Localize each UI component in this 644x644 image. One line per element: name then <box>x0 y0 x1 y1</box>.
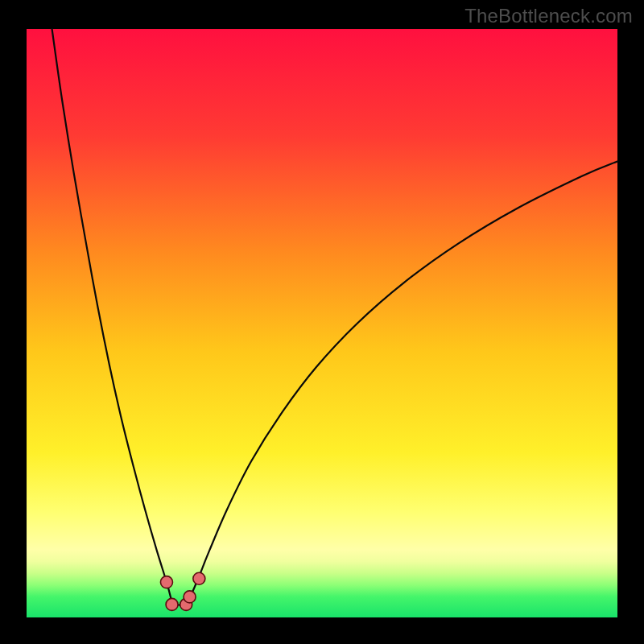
plot-area <box>27 29 617 617</box>
chart-stage: TheBottleneck.com <box>0 0 644 644</box>
left-entry-marker <box>160 576 172 588</box>
bottleneck-chart <box>0 0 644 644</box>
kink-marker <box>184 591 196 603</box>
right-exit-marker <box>193 572 205 584</box>
flat-left-marker <box>166 598 178 610</box>
